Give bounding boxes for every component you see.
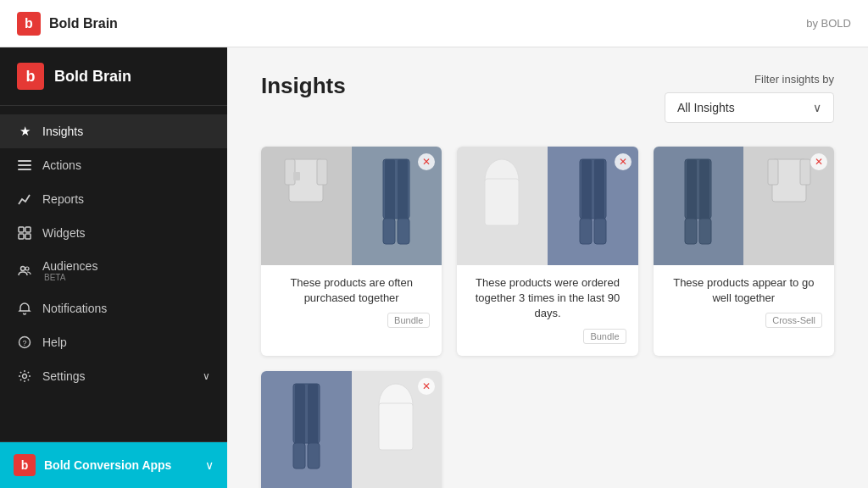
card-4-images: ✕ xyxy=(261,371,442,488)
card-1-left-image xyxy=(261,147,352,265)
bold-conversion-chevron-icon: ∨ xyxy=(205,458,214,472)
svg-rect-38 xyxy=(308,384,318,447)
insights-cards-grid: ✕ These products are often purchased tog… xyxy=(261,147,834,488)
reports-label: Reports xyxy=(42,192,84,206)
insight-card-4: ✕ These products appear to go well toget… xyxy=(261,371,442,488)
sidebar-item-widgets[interactable]: Widgets xyxy=(0,216,227,250)
sidebar-item-audiences[interactable]: Audiences BETA xyxy=(0,250,227,291)
actions-icon xyxy=(17,158,32,173)
card-1-description: These products are often purchased toget… xyxy=(273,275,430,306)
filter-label: Filter insights by xyxy=(754,73,834,86)
notifications-icon xyxy=(17,301,32,316)
svg-rect-14 xyxy=(317,159,327,185)
svg-rect-17 xyxy=(385,159,395,223)
svg-point-8 xyxy=(25,267,29,270)
main-content: Insights Filter insights by All Insights… xyxy=(227,47,868,488)
insights-icon: ★ xyxy=(17,124,32,139)
sidebar-item-help[interactable]: ? Help xyxy=(0,325,227,359)
card-2-left-image xyxy=(457,147,548,265)
svg-rect-24 xyxy=(581,159,592,223)
actions-label: Actions xyxy=(42,158,81,172)
svg-text:?: ? xyxy=(22,339,26,347)
card-3-close-button[interactable]: ✕ xyxy=(810,153,827,170)
svg-rect-18 xyxy=(398,159,408,223)
svg-rect-32 xyxy=(699,219,711,244)
widgets-label: Widgets xyxy=(42,226,86,240)
card-1-images: ✕ xyxy=(261,147,442,265)
card-1-body: These products are often purchased toget… xyxy=(261,265,442,340)
settings-label: Settings xyxy=(42,369,86,383)
layout: b Bold Brain ★ Insights Actions xyxy=(0,47,868,488)
sidebar-item-insights[interactable]: ★ Insights xyxy=(0,114,227,148)
sidebar: b Bold Brain ★ Insights Actions xyxy=(0,47,227,488)
svg-rect-15 xyxy=(293,172,300,180)
bold-conversion-apps-button[interactable]: b Bold Conversion Apps ∨ xyxy=(0,442,227,488)
svg-rect-31 xyxy=(685,219,697,244)
card-3-description: These products appear to go well togethe… xyxy=(665,275,822,306)
card-4-left-image xyxy=(261,371,352,488)
svg-rect-37 xyxy=(295,384,305,447)
card-1-tag: Bundle xyxy=(387,313,430,328)
svg-rect-2 xyxy=(18,169,31,170)
audiences-beta-badge: BETA xyxy=(44,273,97,282)
svg-rect-22 xyxy=(485,179,519,225)
filter-value: All Insights xyxy=(677,101,735,114)
svg-rect-29 xyxy=(687,159,697,223)
filter-section: Filter insights by All Insights ∨ xyxy=(665,73,834,123)
card-2-images: ✕ xyxy=(457,147,637,265)
sidebar-logo-icon: b xyxy=(17,63,44,90)
svg-rect-42 xyxy=(379,403,413,450)
card-2-description: These products were ordered together 3 t… xyxy=(469,275,626,322)
sidebar-bottom: b Bold Conversion Apps ∨ xyxy=(0,441,227,488)
card-2-close-button[interactable]: ✕ xyxy=(615,153,632,170)
filter-insights-dropdown[interactable]: All Insights ∨ xyxy=(665,92,834,123)
svg-rect-34 xyxy=(768,159,778,185)
svg-rect-3 xyxy=(19,227,24,232)
card-3-body: These products appear to go well togethe… xyxy=(654,265,834,340)
bold-conversion-label: Bold Conversion Apps xyxy=(44,458,171,472)
card-3-images: ✕ xyxy=(654,147,834,265)
bold-conversion-logo-icon: b xyxy=(14,454,36,476)
sidebar-item-settings[interactable]: Settings ∨ xyxy=(0,359,227,393)
audiences-label: Audiences xyxy=(42,259,97,273)
topbar-title: Bold Brain xyxy=(49,16,118,31)
page-title: Insights xyxy=(261,73,346,99)
help-icon: ? xyxy=(17,335,32,350)
main-header: Insights Filter insights by All Insights… xyxy=(261,73,834,123)
svg-rect-13 xyxy=(285,159,295,185)
svg-rect-4 xyxy=(25,227,31,232)
svg-point-7 xyxy=(21,266,25,270)
reports-icon xyxy=(17,191,32,207)
filter-chevron-icon: ∨ xyxy=(813,101,821,114)
settings-chevron-icon: ∨ xyxy=(203,370,210,382)
card-4-close-button[interactable]: ✕ xyxy=(418,378,435,395)
sidebar-item-notifications[interactable]: Notifications xyxy=(0,291,227,325)
svg-rect-27 xyxy=(594,219,606,244)
sidebar-nav: ★ Insights Actions xyxy=(0,106,227,441)
audiences-icon xyxy=(17,263,32,279)
topbar-by-label: by BOLD xyxy=(806,17,851,30)
svg-rect-39 xyxy=(293,443,305,469)
insight-card-3: ✕ These products appear to go well toget… xyxy=(654,147,834,356)
notifications-label: Notifications xyxy=(42,302,107,315)
svg-rect-30 xyxy=(699,159,709,223)
topbar: b Bold Brain by BOLD xyxy=(0,0,868,47)
card-2-tag: Bundle xyxy=(583,329,626,344)
card-2-body: These products were ordered together 3 t… xyxy=(457,265,637,356)
help-label: Help xyxy=(42,336,67,349)
sidebar-brand-name: Bold Brain xyxy=(54,68,131,86)
sidebar-item-reports[interactable]: Reports xyxy=(0,182,227,216)
svg-rect-26 xyxy=(580,219,592,244)
svg-point-11 xyxy=(23,374,27,379)
insight-card-2: ✕ These products were ordered together 3… xyxy=(457,147,637,356)
card-3-tag: Cross-Sell xyxy=(765,313,822,328)
sidebar-brand: b Bold Brain xyxy=(0,47,227,106)
settings-icon xyxy=(17,369,32,384)
sidebar-item-actions[interactable]: Actions xyxy=(0,148,227,182)
svg-rect-25 xyxy=(594,159,604,223)
svg-rect-6 xyxy=(25,234,31,239)
insight-card-1: ✕ These products are often purchased tog… xyxy=(261,147,442,356)
card-3-left-image xyxy=(654,147,744,265)
widgets-icon xyxy=(17,225,32,241)
svg-rect-5 xyxy=(19,234,24,239)
